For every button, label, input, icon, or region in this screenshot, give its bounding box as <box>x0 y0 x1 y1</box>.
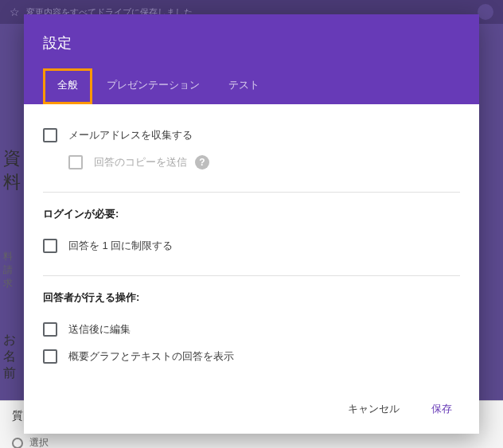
bg-text: 選択 <box>29 436 49 448</box>
save-button[interactable]: 保存 <box>419 395 465 423</box>
dialog-footer: キャンセル 保存 <box>24 384 479 434</box>
bg-text: 料請求 <box>0 247 24 294</box>
star-icon: ☆ <box>10 6 20 18</box>
checkbox-limit-once[interactable]: 回答を 1 回に制限する <box>43 232 460 259</box>
checkbox-label: 概要グラフとテキストの回答を表示 <box>68 349 234 364</box>
checkbox-show-summary[interactable]: 概要グラフとテキストの回答を表示 <box>43 343 460 370</box>
checkbox-icon <box>43 349 57 364</box>
dialog-header: 設定 全般 プレゼンテーション テスト <box>24 14 479 104</box>
bg-left-panel: 資料 料請求 お名前 式テ <box>0 127 24 434</box>
checkbox-icon <box>68 155 83 169</box>
section-email: メールアドレスを収集する 回答のコピーを送信 ? <box>43 122 460 176</box>
checkbox-icon <box>43 322 57 337</box>
bg-text: 資料 <box>0 142 24 199</box>
section-title-respondent: 回答者が行える操作: <box>43 290 460 305</box>
tab-test[interactable]: テスト <box>214 68 274 104</box>
section-respondent: 回答者が行える操作: 送信後に編集 概要グラフとテキストの回答を表示 <box>43 290 460 370</box>
tab-presentation[interactable]: プレゼンテーション <box>92 68 214 104</box>
checkbox-label: 送信後に編集 <box>68 322 131 337</box>
cancel-button[interactable]: キャンセル <box>335 395 412 423</box>
tab-general[interactable]: 全般 <box>43 68 92 104</box>
checkbox-label: 回答を 1 回に制限する <box>68 239 173 253</box>
palette-icon <box>478 4 493 20</box>
dialog-tabs: 全般 プレゼンテーション テスト <box>43 68 460 104</box>
dialog-title: 設定 <box>43 33 460 53</box>
checkbox-edit-after-submit[interactable]: 送信後に編集 <box>43 316 460 343</box>
checkbox-icon <box>43 239 57 253</box>
help-icon[interactable]: ? <box>195 155 209 169</box>
divider <box>43 192 460 193</box>
section-title-login: ログインが必要: <box>43 207 460 221</box>
checkbox-send-copy: 回答のコピーを送信 ? <box>43 149 460 176</box>
checkbox-label: 回答のコピーを送信 <box>94 155 187 169</box>
divider <box>43 275 460 276</box>
checkbox-label: メールアドレスを収集する <box>68 128 193 142</box>
checkbox-icon <box>43 128 57 142</box>
bg-radio-row: 選択 <box>0 431 503 448</box>
radio-icon <box>12 438 23 449</box>
checkbox-collect-email[interactable]: メールアドレスを収集する <box>43 122 460 149</box>
bg-text: お名前 <box>0 327 24 387</box>
section-login: ログインが必要: 回答を 1 回に制限する <box>43 207 460 259</box>
dialog-body: メールアドレスを収集する 回答のコピーを送信 ? ログインが必要: 回答を 1 … <box>24 104 479 384</box>
settings-dialog: 設定 全般 プレゼンテーション テスト メールアドレスを収集する 回答のコピーを… <box>24 14 479 434</box>
